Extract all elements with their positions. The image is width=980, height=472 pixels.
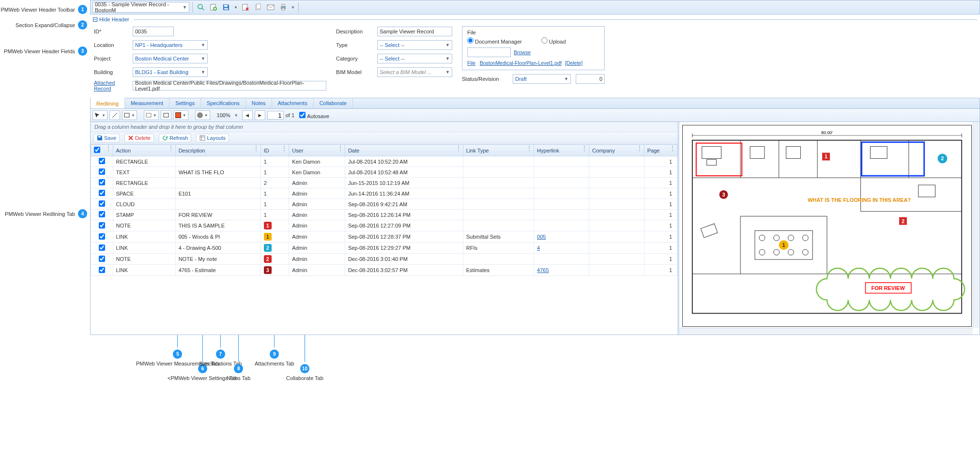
row-check[interactable] [99,267,105,273]
print-dropdown-icon[interactable]: ▼ [291,2,295,13]
add-icon[interactable] [208,2,219,13]
hide-header-toggle[interactable]: Hide Header [90,15,980,24]
save-icon[interactable] [221,2,231,13]
hyperlink[interactable]: 005 [537,234,546,240]
copy-icon[interactable] [253,2,263,13]
row-check[interactable] [99,158,105,164]
file-path-input[interactable] [467,47,511,57]
table-row[interactable]: RECTANGLE 1 Ken Damon Jul-08-2014 10:52:… [91,156,677,167]
grid-layouts-button[interactable]: Layouts [196,134,229,142]
table-row[interactable]: NOTE THIS IS A SAMPLE 1 Admin Sep-08-201… [91,220,677,231]
line-tool[interactable] [109,110,120,120]
category-select[interactable]: -- Select --▼ [377,54,452,63]
svg-text:2: 2 [941,155,944,161]
save-dropdown-icon[interactable]: ▼ [233,2,238,13]
svg-point-0 [198,4,202,9]
svg-rect-4 [224,5,228,7]
attached-record-link[interactable]: Attached Record [94,80,128,91]
group-by-bar[interactable]: Drag a column header and drop it here to… [91,122,677,132]
svg-rect-17 [98,136,101,137]
print-icon[interactable] [278,2,289,13]
row-check[interactable] [99,244,105,251]
mail-icon[interactable] [265,2,276,13]
delete-icon[interactable] [240,2,251,13]
header-toolbar: 0035 - Sample Viewer Record - BostonM ▼ … [90,0,980,15]
svg-rect-18 [200,136,205,140]
tab-measurement[interactable]: Measurement [125,98,169,108]
table-row[interactable]: RECTANGLE 2 Admin Jun-15-2015 10:12:19 A… [91,178,677,188]
status-select[interactable]: Draft▼ [513,74,571,84]
grid-save-button[interactable]: Save [93,134,120,142]
record-selector[interactable]: 0035 - Sample Viewer Record - BostonM ▼ [92,2,189,13]
autosave-check[interactable]: Autosave [296,112,329,119]
row-check[interactable] [99,200,105,207]
table-row[interactable]: LINK 4765 - Estimate 3 Admin Dec-08-2016… [91,265,677,276]
floorplan-viewer[interactable]: 80.00' [679,122,980,335]
table-row[interactable]: TEXT WHAT IS THE FLO 1 Ken Damon Jul-08-… [91,167,677,178]
table-row[interactable]: LINK 4 - Drawing A-500 2 Admin Sep-08-20… [91,243,677,254]
upload-radio[interactable]: Upload [541,37,566,45]
tab-notes[interactable]: Notes [246,98,272,108]
hyperlink[interactable]: 4 [537,245,540,251]
next-page[interactable]: ► [255,110,265,120]
rect-tool[interactable]: ▼ [122,110,137,120]
table-row[interactable]: STAMP FOR REVIEW 1 Admin Sep-08-2016 12:… [91,210,677,220]
color-picker[interactable]: ▼ [173,110,188,120]
svg-line-13 [112,113,117,118]
description-field[interactable]: Sample Viewer Record [377,27,452,36]
project-select[interactable]: Boston Medical Center▼ [133,54,208,63]
table-row[interactable]: LINK 005 - Woods & Pl 1 Admin Sep-08-201… [91,231,677,243]
docmgr-radio[interactable]: Document Manager [467,37,522,45]
row-check[interactable] [99,179,105,185]
svg-rect-16 [164,113,168,117]
shape-picker[interactable]: ▼ [195,110,210,120]
cloud-tool[interactable]: ▼ [144,110,159,120]
svg-point-38 [774,235,780,241]
callout-badge-1: 1 [78,5,87,14]
file-name-link[interactable]: BostonMedical-FloorPlan-Level1.pdf [480,60,562,66]
tab-redlining[interactable]: Redlining [91,98,125,108]
file-delete-link[interactable]: [Delete] [565,60,582,66]
redline-grid: ⋮ Action⋮ Description⋮ ID⋮ User⋮ Date⋮ L… [91,144,677,276]
horizontal-scrollbar[interactable] [679,328,973,335]
prev-page[interactable]: ◄ [242,110,253,120]
tab-collaborate[interactable]: Collaborate [314,98,353,108]
tab-attachments[interactable]: Attachments [272,98,314,108]
page-input[interactable] [267,111,284,120]
grid-refresh-button[interactable]: Refresh [159,134,192,142]
grid-delete-button[interactable]: Delete [124,134,154,142]
file-label-link[interactable]: File [467,60,475,66]
building-select[interactable]: BLDG1 - East Building▼ [133,67,208,77]
space-tool[interactable] [161,110,171,120]
table-row[interactable]: SPACE E101 1 Admin Jun-14-2016 11:36:24 … [91,188,677,199]
row-check[interactable] [99,190,105,196]
row-check[interactable] [99,168,105,175]
tab-specifications[interactable]: Specifications [201,98,246,108]
type-select[interactable]: -- Select --▼ [377,40,452,50]
hyperlink[interactable]: 4765 [537,267,549,273]
svg-point-43 [788,249,794,255]
table-row[interactable]: NOTE NOTE - My note 2 Admin Dec-08-2016 … [91,254,677,265]
id-field[interactable]: 0035 [133,27,174,36]
browse-link[interactable]: Browse [514,49,531,55]
callout-badge-4: 4 [78,209,87,218]
row-check[interactable] [99,256,105,262]
row-check[interactable] [99,233,105,240]
vertical-scrollbar[interactable] [973,122,980,328]
attached-path-field[interactable]: Boston Medical Center/Public Files/Drawi… [133,81,326,91]
pointer-tool[interactable]: ▼ [92,110,107,120]
dimension-label: 80.00' [821,130,833,135]
row-check[interactable] [99,211,105,217]
svg-rect-11 [282,4,285,6]
revision-field[interactable]: 0 [576,74,605,84]
bim-select[interactable]: Select a BIM Model ...▼ [377,67,452,77]
select-all-check[interactable] [94,147,100,153]
location-select[interactable]: NP1 - Headquarters▼ [133,40,208,50]
search-icon[interactable] [196,2,206,13]
header-fields: ID*0035 LocationNP1 - Headquarters▼ Proj… [90,24,980,95]
table-row[interactable]: CLOUD 1 Admin Sep-08-2016 9:42:21 AM 1 [91,199,677,210]
tab-settings[interactable]: Settings [169,98,201,108]
svg-point-37 [759,235,765,241]
row-check[interactable] [99,222,105,228]
svg-rect-47 [750,147,765,159]
